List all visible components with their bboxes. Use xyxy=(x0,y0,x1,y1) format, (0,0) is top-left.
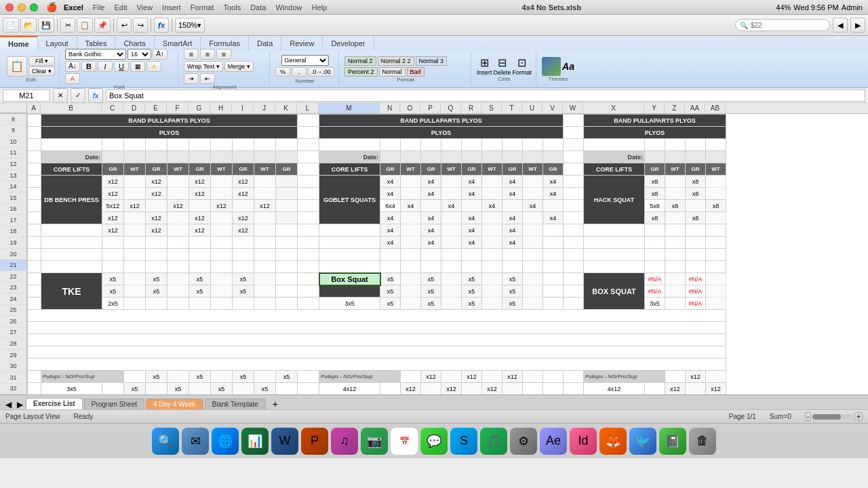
cell-j17[interactable] xyxy=(254,224,276,237)
col-header-v[interactable]: V xyxy=(542,103,563,113)
wrap-text-btn[interactable]: Wrap Text ▾ xyxy=(184,61,223,72)
align-left-btn[interactable]: ≡ xyxy=(184,49,199,60)
cell-o14[interactable] xyxy=(401,188,421,200)
cell-u16[interactable] xyxy=(523,212,543,224)
cell-aa13[interactable]: x8 xyxy=(686,176,706,188)
cell-y16[interactable]: x8 xyxy=(645,212,665,224)
cell-s15[interactable]: x4 xyxy=(482,200,502,212)
cell-h29[interactable] xyxy=(211,371,233,383)
cell-f13[interactable] xyxy=(167,176,189,188)
cell-n13[interactable]: x4 xyxy=(380,176,401,188)
cell-aa21[interactable]: #N/A xyxy=(686,273,706,285)
menu-edit[interactable]: Edit xyxy=(114,3,127,12)
cell-ab21[interactable] xyxy=(706,273,726,285)
cell-t29[interactable]: x12 xyxy=(502,371,523,383)
cell-d30[interactable]: x5 xyxy=(124,383,146,395)
dock-mail[interactable]: ✉ xyxy=(182,428,209,455)
cell-n16[interactable]: x4 xyxy=(380,212,401,224)
cell-u22[interactable] xyxy=(523,285,543,298)
cell-s18[interactable] xyxy=(482,237,502,249)
font-decrease-btn[interactable]: A↓ xyxy=(65,61,80,72)
cell-h21[interactable] xyxy=(211,273,233,285)
percent2-style[interactable]: Percent 2 xyxy=(344,67,378,77)
themes-font-preview[interactable]: Aa xyxy=(562,61,574,72)
cell-ab16[interactable] xyxy=(706,212,726,224)
cell-s23[interactable] xyxy=(482,298,502,310)
cell-t30[interactable] xyxy=(502,383,523,395)
formula-cancel-btn[interactable]: ✕ xyxy=(53,88,68,103)
cell-i29[interactable]: x5 xyxy=(233,371,254,383)
cell-o23[interactable] xyxy=(401,298,421,310)
cell-y14[interactable]: x8 xyxy=(645,188,665,200)
cell-u13[interactable] xyxy=(523,176,543,188)
menu-format[interactable]: Format xyxy=(191,3,214,12)
cell-g22[interactable]: x5 xyxy=(189,285,211,298)
cell-h17[interactable] xyxy=(211,224,233,237)
cell-k15[interactable] xyxy=(276,200,298,212)
cell-r17[interactable]: x4 xyxy=(462,224,482,237)
cell-t17[interactable]: x4 xyxy=(502,224,523,237)
cell-n22[interactable]: x5 xyxy=(380,285,401,298)
cell-j30[interactable]: x5 xyxy=(254,383,276,395)
cell-j14[interactable] xyxy=(254,188,276,200)
col-header-i[interactable]: I xyxy=(232,103,254,113)
cell-p17[interactable]: x4 xyxy=(421,224,441,237)
cell-r22[interactable]: x5 xyxy=(462,285,482,298)
page-layout-view[interactable]: Page Layout View xyxy=(5,413,60,420)
cell-o13[interactable] xyxy=(401,176,421,188)
cell-s16[interactable] xyxy=(482,212,502,224)
cell-y13[interactable]: x8 xyxy=(645,176,665,188)
cell-c16[interactable]: x12 xyxy=(102,212,124,224)
font-increase-btn[interactable]: A↑ xyxy=(153,49,167,60)
dock-id[interactable]: Id xyxy=(570,428,597,455)
cell-e17[interactable]: x12 xyxy=(146,224,167,237)
paste-main-btn[interactable]: 📋 xyxy=(7,56,27,77)
cell-j29[interactable] xyxy=(254,371,276,383)
minimize-button[interactable] xyxy=(18,3,26,12)
cell-m21-box-squat[interactable]: Box Squat xyxy=(319,273,380,285)
cell-k16[interactable] xyxy=(276,212,298,224)
cell-r30[interactable] xyxy=(462,383,482,395)
border-btn[interactable]: ▦ xyxy=(130,61,145,72)
col-header-a[interactable]: A xyxy=(27,103,41,113)
font-color-btn[interactable]: A xyxy=(65,73,80,84)
sheet-tab-program-sheet[interactable]: Program Sheet xyxy=(84,399,144,409)
cell-p22[interactable]: x5 xyxy=(421,285,441,298)
cell-i14[interactable]: x12 xyxy=(233,188,254,200)
cell-i15[interactable] xyxy=(233,200,254,212)
cell-t23[interactable]: x5 xyxy=(502,298,523,310)
cell-e22[interactable]: x5 xyxy=(146,285,167,298)
cell-r18[interactable]: x4 xyxy=(462,237,482,249)
cell-g13[interactable]: x12 xyxy=(189,176,211,188)
cell-f17[interactable] xyxy=(167,224,189,237)
clear-dropdown[interactable]: Clear ▾ xyxy=(28,66,55,76)
cell-c15-scheme[interactable]: 5x12 xyxy=(102,200,124,212)
cell-n21[interactable]: x5 xyxy=(380,273,401,285)
cell-c21[interactable]: x5 xyxy=(102,273,124,285)
tab-nav-prev[interactable]: ◀ xyxy=(3,400,14,409)
cell-t18[interactable]: x4 xyxy=(502,237,523,249)
cell-d16[interactable] xyxy=(124,212,146,224)
cell-n15-scheme[interactable]: 6x4 xyxy=(380,200,401,212)
col-header-t[interactable]: T xyxy=(502,103,522,113)
cell-p29[interactable]: x12 xyxy=(421,371,441,383)
cell-v15[interactable] xyxy=(543,200,564,212)
dock-finder[interactable]: 🔍 xyxy=(152,428,179,455)
cell-c14[interactable]: x12 xyxy=(102,188,124,200)
cell-s29[interactable] xyxy=(482,371,502,383)
cell-o21[interactable] xyxy=(401,273,421,285)
number-format-select[interactable]: General xyxy=(281,55,329,66)
cell-k14[interactable] xyxy=(276,188,298,200)
col-header-b[interactable]: B xyxy=(41,103,102,113)
font-size-select[interactable]: 16 xyxy=(127,49,151,60)
cell-p21[interactable]: x5 xyxy=(421,273,441,285)
cell-o15[interactable]: x4 xyxy=(401,200,421,212)
dock-calendar[interactable]: 📅 xyxy=(391,428,418,455)
col-header-q[interactable]: Q xyxy=(441,103,461,113)
cell-t22[interactable]: x5 xyxy=(502,285,523,298)
bold-btn[interactable]: B xyxy=(81,61,96,72)
dock-system-prefs[interactable]: ⚙ xyxy=(510,428,537,455)
copy-btn[interactable]: 📋 xyxy=(77,18,93,33)
cut-btn[interactable]: ✂ xyxy=(60,18,75,33)
cell-h14[interactable] xyxy=(211,188,233,200)
